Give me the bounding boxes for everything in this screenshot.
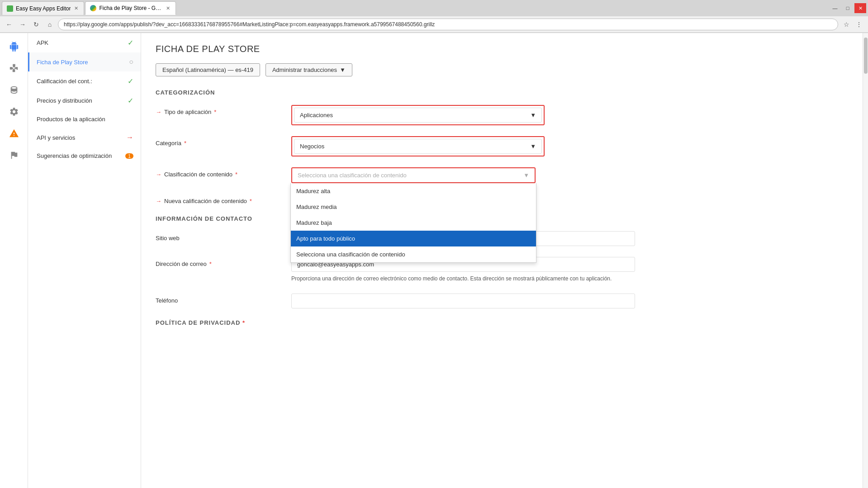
option-apto-publico[interactable]: Apto para todo público: [291, 231, 536, 246]
telefono-input[interactable]: [291, 294, 635, 308]
categoria-row: Categoría * Negocios ▼: [156, 136, 848, 156]
categoria-field: Negocios ▼: [291, 136, 848, 156]
clasificacion-field: Selecciona una clasificación de contenid…: [291, 167, 848, 183]
language-button[interactable]: Español (Latinoamérica) — es-419: [156, 63, 260, 76]
nav-sugerencias-label: Sugerencias de optimización: [37, 152, 112, 159]
nav-ficha-check: ○: [129, 58, 133, 66]
correo-label: Dirección de correo *: [156, 257, 291, 267]
clasificacion-dropdown-icon: ▼: [523, 172, 529, 179]
categoria-required: *: [184, 140, 186, 147]
tab2-favicon: [90, 5, 96, 11]
sidebar-icon-gamepad[interactable]: [4, 58, 24, 78]
window-controls: — □ ✕: [829, 3, 866, 13]
menu-button[interactable]: ⋮: [854, 19, 864, 30]
option-madurez-alta[interactable]: Madurez alta: [291, 183, 536, 199]
nav-calificacion-check: ✓: [128, 77, 133, 85]
categoria-select[interactable]: Negocios ▼: [294, 139, 542, 154]
tab-bar: Easy Easy Apps Editor ✕ Ficha de Play St…: [0, 0, 868, 16]
scrollbar[interactable]: [863, 33, 868, 488]
tab-easy-easy[interactable]: Easy Easy Apps Editor ✕: [2, 1, 84, 15]
nav-item-precios[interactable]: Precios y distribución ✓: [28, 91, 141, 110]
tipo-dropdown-icon: ▼: [530, 112, 536, 118]
tab1-close[interactable]: ✕: [73, 5, 79, 12]
nav-precios-label: Precios y distribución: [37, 97, 92, 104]
nueva-required: *: [250, 198, 252, 204]
nav-ficha-label: Ficha de Play Store: [37, 59, 88, 66]
nav-item-productos[interactable]: Productos de la aplicación: [28, 110, 141, 128]
tab-play-store[interactable]: Ficha de Play Store - Grill... ✕: [85, 1, 176, 15]
telefono-row: Teléfono: [156, 294, 848, 308]
forward-button[interactable]: →: [17, 19, 28, 30]
bookmark-button[interactable]: ☆: [841, 19, 852, 30]
tipo-aplicacion-field: Aplicaciones ▼: [291, 105, 848, 125]
clasificacion-label: → Clasificación de contenido *: [156, 167, 291, 178]
main-content: FICHA DE PLAY STORE Español (Latinoaméri…: [141, 33, 863, 488]
tab2-label: Ficha de Play Store - Grill...: [99, 5, 162, 11]
refresh-button[interactable]: ↻: [31, 19, 42, 30]
sidebar-icon-warning[interactable]: [4, 123, 24, 143]
left-nav: APK ✓ Ficha de Play Store ○ Calificación…: [28, 33, 141, 488]
nav-apk-label: APK: [37, 39, 48, 46]
nav-calificacion-label: Calificación del cont.:: [37, 78, 92, 85]
tab1-favicon: [7, 5, 13, 12]
tipo-select-container: Aplicaciones ▼: [291, 105, 545, 125]
page-title: FICHA DE PLAY STORE: [156, 44, 848, 54]
nav-item-apk[interactable]: APK ✓: [28, 33, 141, 52]
address-bar[interactable]: [58, 19, 838, 30]
telefono-label: Teléfono: [156, 294, 291, 304]
sidebar-icon-database[interactable]: [4, 80, 24, 100]
tab2-close[interactable]: ✕: [165, 5, 171, 12]
nav-precios-check: ✓: [128, 96, 133, 105]
sidebar-icon-flag[interactable]: [4, 145, 24, 165]
nav-right-icons: ☆ ⋮: [841, 19, 864, 30]
nav-item-ficha[interactable]: Ficha de Play Store ○: [28, 52, 141, 71]
scrollbar-thumb[interactable]: [864, 38, 868, 74]
nav-item-api[interactable]: API y servicios →: [28, 128, 141, 147]
tipo-aplicacion-label: → Tipo de aplicación *: [156, 105, 291, 115]
politica-title: POLÍTICA DE PRIVACIDAD *: [156, 319, 848, 326]
icon-sidebar: [0, 33, 28, 488]
tipo-arrow-icon: →: [156, 109, 161, 115]
window-controls-area: — □ ✕: [825, 3, 866, 13]
categorizacion-section: CATEGORIZACIÓN → Tipo de aplicación * Ap…: [156, 89, 848, 204]
option-madurez-baja[interactable]: Madurez baja: [291, 215, 536, 231]
categoria-select-container: Negocios ▼: [291, 136, 545, 156]
nav-api-label: API y servicios: [37, 134, 75, 141]
minimize-button[interactable]: —: [829, 3, 841, 13]
clasificacion-arrow-icon: →: [156, 171, 161, 178]
close-button[interactable]: ✕: [854, 3, 866, 13]
telefono-field: [291, 294, 848, 308]
sugerencias-badge: 1: [125, 153, 133, 159]
clasificacion-row: → Clasificación de contenido * Seleccion…: [156, 167, 848, 183]
option-none[interactable]: Selecciona una clasificación de contenid…: [291, 246, 536, 262]
app-container: APK ✓ Ficha de Play Store ○ Calificación…: [0, 33, 868, 488]
clasificacion-trigger[interactable]: Selecciona una clasificación de contenid…: [291, 167, 536, 183]
politica-privacidad-section: POLÍTICA DE PRIVACIDAD *: [156, 319, 848, 326]
sitio-web-label: Sitio web: [156, 231, 291, 242]
categoria-select-value: Negocios: [300, 143, 324, 150]
nav-bar: ← → ↻ ⌂ ☆ ⋮: [0, 16, 868, 33]
correo-required: *: [209, 261, 212, 267]
browser-chrome: Easy Easy Apps Editor ✕ Ficha de Play St…: [0, 0, 868, 33]
clasificacion-required: *: [235, 171, 237, 178]
categoria-dropdown-icon: ▼: [530, 143, 536, 150]
manage-translations-button[interactable]: Administrar traducciones ▼: [266, 63, 352, 76]
nav-productos-label: Productos de la aplicación: [37, 116, 105, 123]
nav-item-calificacion[interactable]: Calificación del cont.: ✓: [28, 71, 141, 91]
clasificacion-placeholder: Selecciona una clasificación de contenid…: [298, 172, 407, 179]
tipo-select[interactable]: Aplicaciones ▼: [294, 108, 542, 123]
tab1-label: Easy Easy Apps Editor: [16, 5, 71, 12]
home-button[interactable]: ⌂: [44, 19, 55, 30]
tipo-required: *: [214, 109, 216, 115]
option-madurez-media[interactable]: Madurez media: [291, 199, 536, 215]
nav-item-sugerencias[interactable]: Sugerencias de optimización 1: [28, 147, 141, 165]
nav-apk-check: ✓: [128, 38, 133, 47]
maximize-button[interactable]: □: [842, 3, 854, 13]
categorizacion-title: CATEGORIZACIÓN: [156, 89, 848, 96]
manage-translations-label: Administrar traducciones: [272, 66, 337, 73]
sidebar-icon-settings[interactable]: [4, 102, 24, 122]
clasificacion-menu: Madurez alta Madurez media Madurez baja …: [290, 183, 536, 263]
tipo-select-value: Aplicaciones: [300, 112, 333, 118]
back-button[interactable]: ←: [4, 19, 14, 30]
sidebar-icon-android[interactable]: [4, 37, 24, 57]
